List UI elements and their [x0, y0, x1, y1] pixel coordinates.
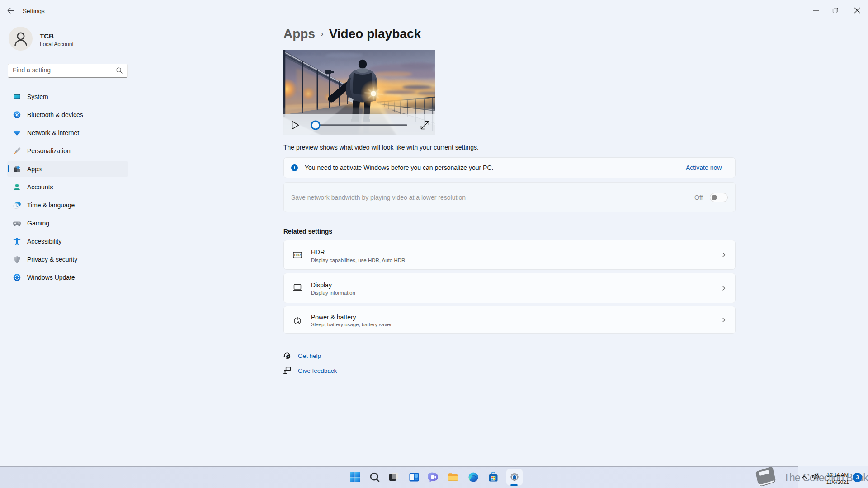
svg-text:HDR: HDR	[294, 253, 301, 257]
